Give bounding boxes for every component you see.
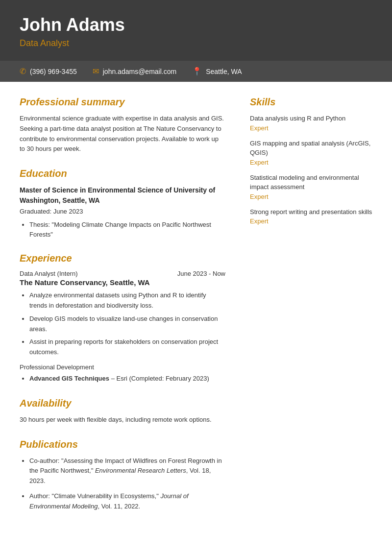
education-section: Education Master of Science in Environme… xyxy=(20,168,225,239)
list-item: Co-author: "Assessing the Impact of Wild… xyxy=(29,456,225,486)
publications-section: Publications Co-author: "Assessing the I… xyxy=(20,439,225,512)
email-address: john.adams@email.com xyxy=(103,68,176,75)
candidate-name: John Adams xyxy=(20,15,372,35)
education-degree: Master of Science in Environmental Scien… xyxy=(20,185,225,206)
contact-email: ✉ john.adams@email.com xyxy=(93,67,176,76)
contact-bar: ✆ (396) 969-3455 ✉ john.adams@email.com … xyxy=(0,61,392,82)
prof-dev-label: Professional Development xyxy=(20,363,225,371)
experience-header: Data Analyst (Intern) June 2023 - Now xyxy=(20,270,225,277)
skill-name: Strong report writing and presentation s… xyxy=(250,207,372,217)
location-icon: 📍 xyxy=(192,67,202,76)
experience-role: Data Analyst (Intern) xyxy=(20,270,78,277)
availability-section: Availability 30 hours per week with flex… xyxy=(20,398,225,425)
main-content: Professional summary Environmental scien… xyxy=(0,82,392,540)
left-column: Professional summary Environmental scien… xyxy=(20,96,245,526)
publications-title: Publications xyxy=(20,439,225,450)
prof-dev-item-bold: Advanced GIS Techniques xyxy=(29,375,109,382)
candidate-title: Data Analyst xyxy=(20,38,372,48)
skills-section: Skills Data analysis using R and Python … xyxy=(250,96,372,225)
right-column: Skills Data analysis using R and Python … xyxy=(245,96,372,526)
prof-dev-bullets: Advanced GIS Techniques – Esri (Complete… xyxy=(29,374,225,384)
header-section: John Adams Data Analyst xyxy=(0,0,392,61)
email-icon: ✉ xyxy=(93,67,99,76)
skills-title: Skills xyxy=(250,96,372,108)
list-item: Develop GIS models to visualize land-use… xyxy=(29,314,225,335)
skill-name: Data analysis using R and Python xyxy=(250,114,372,123)
publications-list: Co-author: "Assessing the Impact of Wild… xyxy=(29,456,225,512)
contact-location: 📍 Seattle, WA xyxy=(192,67,242,76)
skill-item: GIS mapping and spatial analysis (ArcGIS… xyxy=(250,139,372,166)
education-title: Education xyxy=(20,168,225,179)
skill-level: Expert xyxy=(250,217,372,225)
skill-item: Strong report writing and presentation s… xyxy=(250,207,372,225)
skill-item: Statistical modeling and environmental i… xyxy=(250,173,372,200)
professional-summary-text: Environmental science graduate with expe… xyxy=(20,114,225,154)
availability-text: 30 hours per week with flexible days, in… xyxy=(20,415,225,425)
experience-bullets: Analyze environmental datasets using Pyt… xyxy=(29,290,225,358)
list-item: Analyze environmental datasets using Pyt… xyxy=(29,290,225,311)
education-thesis: Thesis: "Modeling Climate Change Impacts… xyxy=(29,220,225,239)
education-graduated: Graduated: June 2023 xyxy=(20,208,225,215)
skill-level: Expert xyxy=(250,159,372,166)
experience-date: June 2023 - Now xyxy=(177,270,225,277)
experience-title: Experience xyxy=(20,253,225,264)
phone-icon: ✆ xyxy=(20,67,26,76)
skill-name: GIS mapping and spatial analysis (ArcGIS… xyxy=(250,139,372,158)
availability-title: Availability xyxy=(20,398,225,409)
list-item: Advanced GIS Techniques – Esri (Complete… xyxy=(29,374,225,384)
list-item: Author: "Climate Vulnerability in Ecosys… xyxy=(29,491,225,512)
experience-section: Experience Data Analyst (Intern) June 20… xyxy=(20,253,225,384)
list-item: Assist in preparing reports for stakehol… xyxy=(29,337,225,358)
skill-name: Statistical modeling and environmental i… xyxy=(250,173,372,192)
skill-level: Expert xyxy=(250,124,372,132)
experience-company: The Nature Conservancy, Seattle, WA xyxy=(20,278,225,287)
phone-number: (396) 969-3455 xyxy=(30,68,77,75)
skill-level: Expert xyxy=(250,193,372,200)
professional-summary-title: Professional summary xyxy=(20,96,225,108)
skill-item: Data analysis using R and Python Expert xyxy=(250,114,372,132)
location-text: Seattle, WA xyxy=(206,68,242,75)
contact-phone: ✆ (396) 969-3455 xyxy=(20,67,77,76)
professional-summary-section: Professional summary Environmental scien… xyxy=(20,96,225,154)
